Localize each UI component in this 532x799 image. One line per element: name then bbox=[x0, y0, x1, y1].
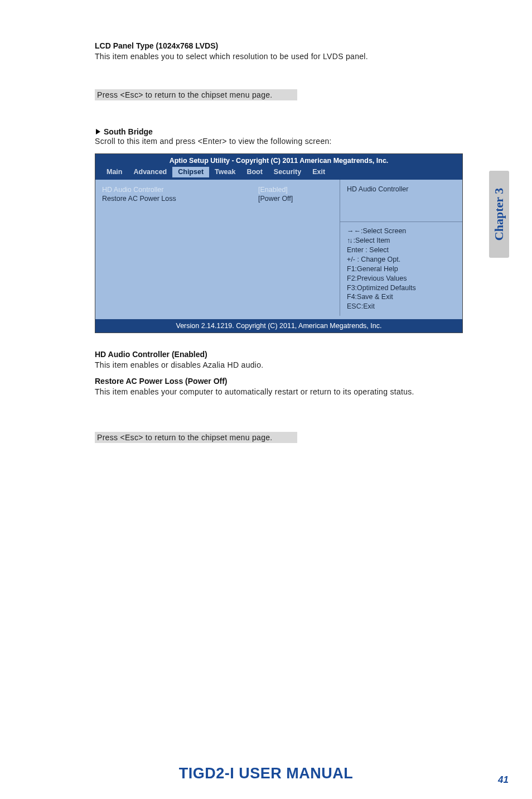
bios-tab-bar: Main Advanced Chipset Tweak Boot Securit… bbox=[95, 167, 462, 180]
tab-tweak[interactable]: Tweak bbox=[209, 167, 241, 177]
chapter-side-label: Chapter 3 bbox=[492, 188, 506, 240]
bios-right-pane: HD Audio Controller :Select Screen :Sele… bbox=[340, 180, 462, 316]
document-footer-title: TIGD2-I USER MANUAL bbox=[179, 765, 354, 782]
tab-chipset[interactable]: Chipset bbox=[172, 167, 209, 177]
tab-exit[interactable]: Exit bbox=[307, 167, 331, 177]
bios-row-restore-ac[interactable]: Restore AC Power Loss [Power Off] bbox=[102, 194, 333, 203]
esc-note-2: Press <Esc> to return to the chipset men… bbox=[95, 432, 297, 443]
tab-security[interactable]: Security bbox=[268, 167, 307, 177]
left-right-arrow-icon bbox=[347, 227, 361, 235]
help-change-opt: +/- : Change Opt. bbox=[347, 255, 456, 264]
bios-panel: Aptio Setup Utility - Copyright (C) 2011… bbox=[95, 153, 463, 333]
help-enter: Enter : Select bbox=[347, 246, 456, 255]
help-select-screen: :Select Screen bbox=[347, 227, 456, 236]
bios-footer: Version 2.14.1219. Copyright (C) 2011, A… bbox=[95, 316, 462, 333]
chapter-side-tab: Chapter 3 bbox=[489, 171, 509, 258]
help-f2: F2:Previous Values bbox=[347, 274, 456, 283]
south-bridge-desc: Scroll to this item and press <Enter> to… bbox=[95, 136, 472, 147]
help-f4: F4:Save & Exit bbox=[347, 292, 456, 302]
bios-row-value: [Power Off] bbox=[258, 195, 293, 203]
bios-header: Aptio Setup Utility - Copyright (C) 2011… bbox=[95, 154, 462, 180]
bios-row-label: Restore AC Power Loss bbox=[102, 195, 214, 203]
page-content: LCD Panel Type (1024x768 LVDS) This item… bbox=[0, 0, 532, 460]
page-number: 41 bbox=[498, 774, 509, 786]
bios-help-keys: :Select Screen :Select Item Enter : Sele… bbox=[340, 222, 462, 316]
restore-ac-desc: This item enables your computer to autom… bbox=[95, 387, 472, 398]
bios-left-pane: HD Audio Controller [Enabled] Restore AC… bbox=[95, 180, 340, 316]
tab-main[interactable]: Main bbox=[101, 167, 128, 177]
triangle-right-icon bbox=[96, 129, 100, 134]
help-esc: ESC:Exit bbox=[347, 302, 456, 311]
south-bridge-label: South Bridge bbox=[104, 127, 153, 136]
bios-row-hd-audio[interactable]: HD Audio Controller [Enabled] bbox=[102, 185, 333, 194]
esc-note-1: Press <Esc> to return to the chipset men… bbox=[95, 89, 297, 100]
tab-advanced[interactable]: Advanced bbox=[128, 167, 172, 177]
restore-ac-heading: Restore AC Power Loss (Power Off) bbox=[95, 377, 472, 386]
lcd-panel-desc: This item enables you to select which re… bbox=[95, 51, 472, 62]
help-select-item: :Select Item bbox=[347, 236, 456, 246]
lcd-panel-heading: LCD Panel Type (1024x768 LVDS) bbox=[95, 41, 472, 50]
document-footer: TIGD2-I USER MANUAL bbox=[0, 765, 532, 782]
bios-row-value: [Enabled] bbox=[258, 186, 288, 194]
help-f3: F3:Optimized Defaults bbox=[347, 283, 456, 293]
bios-body: HD Audio Controller [Enabled] Restore AC… bbox=[95, 180, 462, 316]
hd-audio-heading: HD Audio Controller (Enabled) bbox=[95, 350, 472, 359]
up-down-arrow-icon bbox=[347, 237, 354, 244]
bios-row-label: HD Audio Controller bbox=[102, 186, 214, 194]
help-f1: F1:General Help bbox=[347, 264, 456, 274]
bios-help-title: HD Audio Controller bbox=[340, 180, 462, 222]
tab-boot[interactable]: Boot bbox=[241, 167, 268, 177]
south-bridge-heading: South Bridge bbox=[95, 127, 472, 136]
hd-audio-desc: This item enables or disables Azalia HD … bbox=[95, 360, 472, 371]
bios-title: Aptio Setup Utility - Copyright (C) 2011… bbox=[95, 154, 462, 167]
